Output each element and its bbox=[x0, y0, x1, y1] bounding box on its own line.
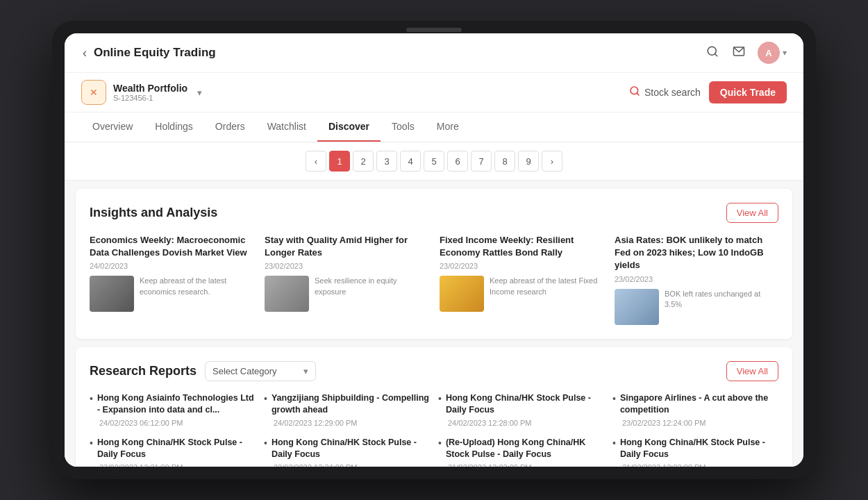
research-header: Research Reports Select Category ▾ View … bbox=[90, 361, 778, 381]
top-bar: ‹ Online Equity Trading A ▾ bbox=[65, 33, 803, 73]
insights-title: Insights and Analysis bbox=[90, 206, 217, 220]
report-item-1[interactable]: • Hong Kong Asiainfo Technologies Ltd - … bbox=[90, 392, 256, 427]
report-item-6[interactable]: • Hong Kong China/HK Stock Pulse - Daily… bbox=[264, 437, 430, 467]
page-5[interactable]: 5 bbox=[424, 151, 444, 172]
article-date-1: 24/02/2023 bbox=[90, 262, 253, 270]
page-2[interactable]: 2 bbox=[353, 151, 374, 172]
article-card-4[interactable]: Asia Rates: BOK unlikely to match Fed on… bbox=[615, 234, 778, 325]
search-icon bbox=[706, 45, 719, 58]
report-bullet-5: • Hong Kong China/HK Stock Pulse - Daily… bbox=[90, 437, 256, 461]
article-desc-4: BOK left rates unchanged at 3.5% bbox=[665, 289, 778, 310]
article-body-4: BOK left rates unchanged at 3.5% bbox=[615, 289, 778, 325]
page-prev[interactable]: ‹ bbox=[306, 151, 326, 172]
page-7[interactable]: 7 bbox=[471, 151, 492, 172]
back-button[interactable]: ‹ bbox=[81, 44, 88, 62]
bullet-dot-3: • bbox=[438, 393, 442, 404]
content-area[interactable]: ‹ 1 2 3 4 5 6 7 8 9 › Insights and Analy… bbox=[65, 142, 803, 467]
bullet-dot-7: • bbox=[438, 438, 442, 449]
page-9[interactable]: 9 bbox=[518, 151, 539, 172]
article-card-3[interactable]: Fixed Income Weekly: Resilient Economy R… bbox=[440, 234, 603, 325]
stock-search-button[interactable]: Stock search bbox=[629, 85, 701, 99]
report-bullet-3: • Hong Kong China/HK Stock Pulse - Daily… bbox=[438, 392, 604, 417]
category-placeholder: Select Category bbox=[212, 366, 277, 376]
tab-watchlist[interactable]: Watchlist bbox=[256, 112, 317, 142]
account-bar: ✕ Wealth Portfolio S-123456-1 ▾ Stock se… bbox=[65, 73, 803, 112]
reports-grid-row1: • Hong Kong Asiainfo Technologies Ltd - … bbox=[90, 392, 778, 427]
page-8[interactable]: 8 bbox=[494, 151, 515, 172]
search-icon-button[interactable] bbox=[705, 44, 720, 62]
report-bullet-6: • Hong Kong China/HK Stock Pulse - Daily… bbox=[264, 437, 430, 461]
svg-line-4 bbox=[637, 93, 639, 95]
report-title-7: (Re-Upload) Hong Kong China/HK Stock Pul… bbox=[446, 437, 604, 461]
report-title-5: Hong Kong China/HK Stock Pulse - Daily F… bbox=[97, 437, 256, 461]
bullet-dot-2: • bbox=[264, 393, 267, 404]
article-body-1: Keep abreast of the latest economics res… bbox=[90, 276, 253, 312]
report-item-4[interactable]: • Singapore Airlines - A cut above the c… bbox=[612, 392, 778, 427]
report-date-6: 22/02/2023 12:24:00 PM bbox=[264, 463, 430, 467]
page-3[interactable]: 3 bbox=[376, 151, 397, 172]
stock-search-label: Stock search bbox=[644, 87, 701, 98]
tab-overview[interactable]: Overview bbox=[81, 112, 144, 142]
pagination: ‹ 1 2 3 4 5 6 7 8 9 › bbox=[306, 151, 562, 172]
report-date-7: 21/02/2023 12:02:00 PM bbox=[438, 463, 604, 467]
report-date-8: 21/02/2023 12:02:00 PM bbox=[612, 463, 778, 467]
stock-search-icon bbox=[629, 85, 640, 99]
research-view-all[interactable]: View All bbox=[726, 361, 778, 381]
report-title-1: Hong Kong Asiainfo Technologies Ltd - Ex… bbox=[97, 392, 256, 417]
report-item-7[interactable]: • (Re-Upload) Hong Kong China/HK Stock P… bbox=[438, 437, 604, 467]
research-title: Research Reports bbox=[90, 364, 197, 378]
bullet-dot-5: • bbox=[90, 438, 93, 449]
report-bullet-2: • Yangzijiang Shipbuilding - Compelling … bbox=[264, 392, 430, 417]
page-6[interactable]: 6 bbox=[447, 151, 468, 172]
bullet-dot-1: • bbox=[90, 393, 93, 404]
quick-trade-button[interactable]: Quick Trade bbox=[709, 81, 787, 103]
article-card-2[interactable]: Stay with Quality Amid Higher for Longer… bbox=[265, 234, 428, 325]
research-section: Research Reports Select Category ▾ View … bbox=[76, 347, 792, 467]
avatar: A bbox=[758, 42, 780, 64]
report-item-5[interactable]: • Hong Kong China/HK Stock Pulse - Daily… bbox=[90, 437, 256, 467]
report-bullet-4: • Singapore Airlines - A cut above the c… bbox=[612, 392, 778, 417]
account-actions: Stock search Quick Trade bbox=[629, 81, 787, 103]
mail-icon-button[interactable] bbox=[731, 44, 746, 62]
account-info: ✕ Wealth Portfolio S-123456-1 ▾ bbox=[81, 80, 202, 105]
account-dropdown-arrow[interactable]: ▾ bbox=[197, 88, 202, 98]
report-date-2: 24/02/2023 12:29:00 PM bbox=[264, 419, 430, 427]
report-item-2[interactable]: • Yangzijiang Shipbuilding - Compelling … bbox=[264, 392, 430, 427]
insights-view-all[interactable]: View All bbox=[726, 203, 778, 223]
account-details: Wealth Portfolio S-123456-1 bbox=[113, 83, 187, 102]
article-image-1 bbox=[90, 276, 134, 312]
page-1[interactable]: 1 bbox=[329, 151, 350, 172]
screen: ‹ Online Equity Trading A ▾ bbox=[65, 33, 803, 467]
article-card-1[interactable]: Economics Weekly: Macroeconomic Data Cha… bbox=[90, 234, 253, 325]
article-body-2: Seek resilience in equity exposure bbox=[265, 276, 428, 312]
report-date-5: 23/02/2023 12:21:00 PM bbox=[90, 463, 256, 467]
tab-tools[interactable]: Tools bbox=[381, 112, 426, 142]
tab-discover[interactable]: Discover bbox=[317, 112, 381, 142]
report-title-2: Yangzijiang Shipbuilding - Compelling gr… bbox=[272, 392, 430, 417]
tab-holdings[interactable]: Holdings bbox=[144, 112, 203, 142]
page-next[interactable]: › bbox=[542, 151, 562, 172]
article-desc-3: Keep abreast of the latest Fixed Income … bbox=[490, 276, 603, 297]
category-select[interactable]: Select Category ▾ bbox=[205, 361, 316, 381]
report-title-6: Hong Kong China/HK Stock Pulse - Daily F… bbox=[272, 437, 430, 461]
report-title-3: Hong Kong China/HK Stock Pulse - Daily F… bbox=[446, 392, 604, 417]
avatar-chevron: ▾ bbox=[783, 48, 787, 58]
article-image-2 bbox=[265, 276, 309, 312]
page-4[interactable]: 4 bbox=[400, 151, 421, 172]
top-bar-right: A ▾ bbox=[705, 42, 787, 64]
user-avatar-wrapper[interactable]: A ▾ bbox=[758, 42, 787, 64]
report-date-3: 24/02/2023 12:28:00 PM bbox=[438, 419, 604, 427]
articles-grid: Economics Weekly: Macroeconomic Data Cha… bbox=[90, 234, 778, 325]
pagination-bar: ‹ 1 2 3 4 5 6 7 8 9 › bbox=[65, 142, 803, 181]
tab-orders[interactable]: Orders bbox=[204, 112, 256, 142]
article-date-3: 23/02/2023 bbox=[440, 262, 603, 270]
insights-section: Insights and Analysis View All Economics… bbox=[76, 189, 792, 339]
reports-grid-row2: • Hong Kong China/HK Stock Pulse - Daily… bbox=[90, 437, 778, 467]
article-title-3: Fixed Income Weekly: Resilient Economy R… bbox=[440, 234, 603, 259]
report-item-3[interactable]: • Hong Kong China/HK Stock Pulse - Daily… bbox=[438, 392, 604, 427]
tab-more[interactable]: More bbox=[426, 112, 470, 142]
insights-header: Insights and Analysis View All bbox=[90, 203, 778, 223]
article-title-2: Stay with Quality Amid Higher for Longer… bbox=[265, 234, 428, 259]
report-item-8[interactable]: • Hong Kong China/HK Stock Pulse - Daily… bbox=[612, 437, 778, 467]
mail-icon bbox=[733, 45, 745, 58]
